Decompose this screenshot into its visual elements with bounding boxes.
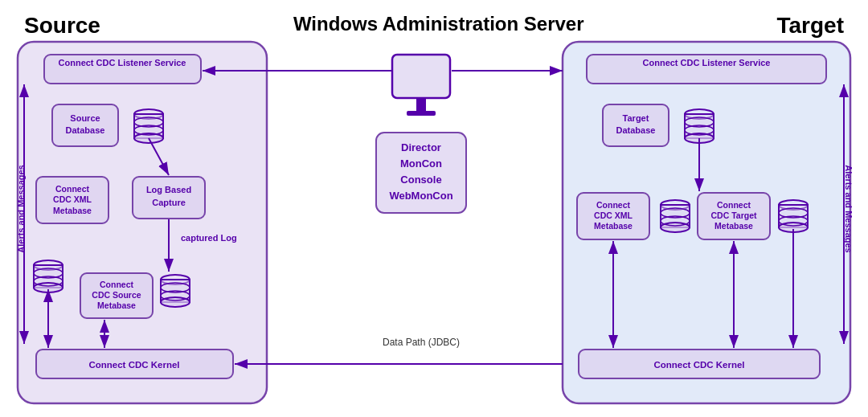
svg-text:Connect: Connect — [717, 200, 751, 210]
svg-text:Target: Target — [623, 113, 649, 123]
svg-text:Connect: Connect — [55, 184, 90, 194]
svg-rect-36 — [407, 111, 436, 116]
svg-text:Metabase: Metabase — [714, 221, 753, 231]
captured-log-label: captured Log — [181, 233, 237, 243]
svg-text:Metabase: Metabase — [594, 221, 633, 231]
svg-text:Source: Source — [70, 113, 100, 123]
svg-text:CDC Target: CDC Target — [711, 211, 757, 220]
svg-text:Connect CDC Kernel: Connect CDC Kernel — [88, 360, 179, 370]
svg-text:CDC XML: CDC XML — [594, 211, 633, 220]
svg-text:Database: Database — [66, 125, 105, 135]
svg-text:CDC Source: CDC Source — [92, 290, 141, 300]
svg-text:Metabase: Metabase — [53, 206, 92, 215]
data-path-label: Data Path (JDBC) — [383, 337, 460, 348]
svg-text:Connect CDC Kernel: Connect CDC Kernel — [653, 360, 744, 370]
svg-text:Connect: Connect — [596, 200, 631, 210]
target-alerts-label: Alerts and Messages — [844, 165, 854, 252]
svg-text:Database: Database — [616, 125, 656, 135]
svg-text:WebMonCon: WebMonCon — [389, 190, 452, 202]
svg-text:CDC XML: CDC XML — [53, 194, 92, 204]
svg-text:Connect CDC Listener Service: Connect CDC Listener Service — [643, 58, 771, 67]
svg-text:Log Based: Log Based — [146, 185, 191, 194]
source-cdc-listener-label: Connect CDC Listener Service — [59, 58, 186, 67]
svg-text:Metabase: Metabase — [97, 300, 136, 310]
svg-rect-35 — [416, 98, 426, 111]
svg-text:Console: Console — [400, 174, 441, 186]
svg-text:MonCon: MonCon — [400, 157, 442, 170]
diagram: Source Windows Administration Server Tar… — [0, 0, 868, 417]
svg-text:Capture: Capture — [152, 198, 186, 207]
monitor-screen — [392, 55, 450, 98]
svg-text:Director: Director — [401, 141, 441, 153]
svg-text:Connect: Connect — [100, 280, 134, 289]
